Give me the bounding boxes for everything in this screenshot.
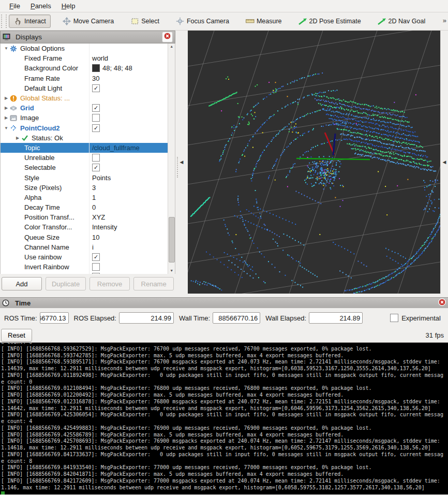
tool-2d-pose-estimate[interactable]: 2D Pose Estimate	[294, 14, 366, 28]
time-field-value: 88566770.13	[40, 314, 66, 322]
ros-time-input[interactable]: 88566770.13	[40, 312, 69, 324]
property-value[interactable]: 3	[92, 184, 96, 192]
wall-time-input[interactable]: 88566770.16	[213, 312, 260, 324]
tree-row-global-status[interactable]: ▶Global Status: ...	[1, 93, 175, 103]
menu-item-help[interactable]: Help	[56, 1, 81, 11]
tree-row-blank[interactable]	[1, 272, 175, 274]
tool-focus-camera[interactable]: Focus Camera	[171, 14, 234, 28]
tree-row-color-transfor[interactable]: Color Transfor...Intensity	[1, 222, 175, 232]
expand-triangle-icon[interactable]: ▶	[3, 106, 10, 110]
rename-button[interactable]: Rename	[133, 277, 174, 290]
checkbox-unchecked[interactable]	[92, 114, 100, 122]
checkbox-checked[interactable]: ✓	[92, 84, 100, 92]
tree-row-style[interactable]: StylePoints	[1, 172, 175, 182]
log-line: e count: 8	[1, 458, 448, 465]
property-label: Position Transf...	[24, 213, 74, 221]
property-value[interactable]: 10	[92, 234, 99, 241]
tool-interact[interactable]: Interact	[9, 14, 51, 28]
tree-row-image[interactable]: ▶Image	[1, 113, 175, 123]
collapse-triangle-icon[interactable]: ▼	[3, 126, 10, 130]
ros-elapsed-input[interactable]: 214.99	[119, 312, 174, 324]
expand-triangle-icon[interactable]: ▶	[14, 136, 21, 140]
tool-move-camera[interactable]: Move Camera	[58, 14, 119, 28]
wall-elapsed-input[interactable]: 214.89	[309, 312, 363, 324]
checkbox-checked[interactable]: ✓	[92, 124, 100, 132]
property-label: Default Light	[24, 84, 62, 92]
tree-row-decay-time[interactable]: Decay Time0	[1, 202, 175, 212]
tree-row-pointcloud2[interactable]: ▼PointCloud2✓	[1, 123, 175, 133]
tree-row-grid[interactable]: ▶Grid✓	[1, 103, 175, 113]
tree-row-frame-rate[interactable]: Frame Rate30	[1, 74, 175, 83]
console-log[interactable]: e count: 0[ INFO] [1688566768.593627529]…	[0, 343, 448, 494]
add-button[interactable]: Add	[2, 277, 42, 290]
tree-row-alpha[interactable]: Alpha1	[1, 193, 175, 202]
tree-row-position-transf[interactable]: Position Transf...XYZ	[1, 212, 175, 222]
toolbar-drag-handle[interactable]	[1, 14, 7, 28]
property-value[interactable]: 1	[92, 194, 96, 201]
property-value[interactable]: 48; 48; 48	[102, 64, 132, 72]
tree-row-topic[interactable]: Topic/cloud_fullframe	[1, 143, 175, 153]
checkbox-checked[interactable]: ✓	[92, 253, 100, 261]
tool-measure[interactable]: Measure	[241, 14, 287, 28]
checkbox-checked[interactable]: ✓	[92, 104, 100, 112]
displays-close-button[interactable]	[162, 32, 173, 42]
tree-row-use-rainbow[interactable]: Use rainbow✓	[1, 252, 175, 262]
checkbox-checked[interactable]: ✓	[92, 164, 100, 171]
tree-row-invert-rainbow[interactable]: Invert Rainbow	[1, 262, 175, 272]
log-line: [ INFO] [1688566769.425586789]: MsgPackE…	[1, 432, 448, 439]
tree-scrollbar[interactable]: ▲ ▼	[168, 43, 175, 274]
remove-button[interactable]: Remove	[89, 277, 130, 290]
reset-button[interactable]: Reset	[1, 329, 32, 342]
time-close-button[interactable]	[438, 299, 446, 307]
tree-row-default-light[interactable]: Default Light✓	[1, 83, 175, 93]
experimental-checkbox[interactable]	[390, 314, 398, 322]
tree-row-global-options[interactable]: ▼Global Options	[1, 43, 175, 53]
expand-triangle-icon[interactable]: ▶	[3, 96, 10, 100]
collapse-triangle-icon[interactable]: ▼	[3, 46, 10, 51]
property-value[interactable]: Intensity	[92, 223, 117, 231]
3d-viewport[interactable]	[188, 31, 440, 294]
time-panel-header[interactable]: Time	[0, 298, 448, 308]
tool-2d-nav-goal[interactable]: 2D Nav Goal	[373, 14, 430, 28]
displays-panel-header[interactable]: Displays	[0, 31, 175, 43]
checkbox-unchecked[interactable]	[92, 273, 100, 274]
tree-row-channel-name[interactable]: Channel Namei	[1, 242, 175, 252]
tree-row-size-pixels[interactable]: Size (Pixels)3	[1, 183, 175, 193]
property-value[interactable]: XYZ	[92, 213, 105, 221]
duplicate-button[interactable]: Duplicate	[46, 277, 86, 290]
menu-item-panels[interactable]: Panels	[25, 1, 56, 11]
tree-row-status-ok[interactable]: ▶Status: Ok	[1, 133, 175, 143]
log-line: [ INFO] [1688566768.593742785]: MsgPackE…	[1, 353, 448, 359]
property-value[interactable]: 30	[92, 75, 99, 82]
collapse-right-arrow-icon[interactable]: ◀	[443, 159, 446, 165]
displays-panel: Displays ▼Global OptionsFixed Frameworld…	[0, 31, 175, 294]
tree-row-background-color[interactable]: Background Color48; 48; 48	[1, 63, 175, 73]
tree-row-selectable[interactable]: Selectable✓	[1, 163, 175, 172]
tree-row-fixed-frame[interactable]: Fixed Frameworld	[1, 53, 175, 63]
property-value[interactable]: world	[92, 54, 108, 62]
tool-select[interactable]: Select	[126, 14, 164, 28]
property-value[interactable]: Points	[92, 174, 111, 182]
warning-icon	[10, 95, 20, 102]
menu-item-file[interactable]: File	[4, 1, 25, 11]
log-line: [ INFO] [1688566768.593627529]: MsgPackE…	[1, 346, 448, 353]
checkbox-unchecked[interactable]	[92, 263, 100, 271]
expand-triangle-icon[interactable]: ▶	[3, 115, 10, 120]
checkbox-unchecked[interactable]	[92, 154, 100, 162]
property-value[interactable]: 0	[92, 203, 96, 211]
scroll-up-icon[interactable]: ▲	[168, 43, 175, 50]
color-swatch[interactable]	[92, 64, 100, 72]
property-value[interactable]: i	[92, 243, 94, 251]
toolbar-overflow-chevron[interactable]: »	[443, 17, 446, 24]
scrollbar-thumb[interactable]	[169, 217, 175, 263]
property-value[interactable]: /cloud_fullframe	[92, 144, 140, 152]
right-splitter[interactable]: ◀	[440, 31, 448, 294]
close-icon	[163, 32, 171, 42]
collapse-left-arrow-icon[interactable]: ◀	[180, 159, 184, 165]
tree-row-unreliable[interactable]: Unreliable	[1, 153, 175, 163]
tree-row-queue-size[interactable]: Queue Size10	[1, 232, 175, 242]
scroll-down-icon[interactable]: ▼	[168, 268, 175, 274]
log-line: e count: 4	[1, 418, 448, 425]
property-label: Frame Rate	[24, 75, 60, 82]
left-splitter[interactable]: ◀	[175, 31, 188, 294]
